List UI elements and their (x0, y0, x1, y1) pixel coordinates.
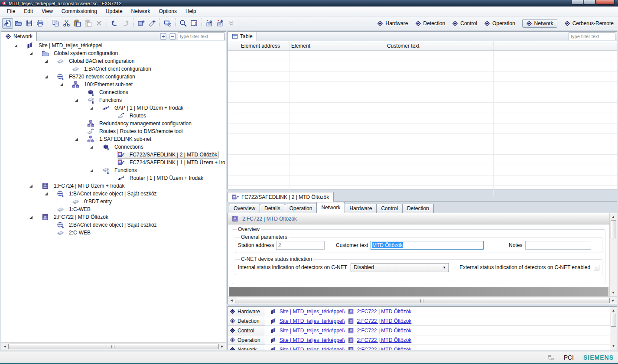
tree-item[interactable]: Site | MTD_teljes_térképpel (2, 42, 225, 49)
mode-button-cerberus-remote[interactable]: Cerberus-Remote (564, 20, 614, 26)
external-status-checkbox[interactable] (594, 265, 599, 270)
tree-item[interactable]: FS720 network configuration (2, 73, 225, 81)
collapse-all-button[interactable] (169, 33, 176, 40)
maximize-button[interactable] (584, 0, 595, 5)
close-button[interactable] (596, 0, 615, 5)
detail-tab-details[interactable]: Details (260, 204, 285, 213)
station-address-input[interactable] (276, 241, 325, 250)
tree-item[interactable]: 1:C-WEB (2, 205, 225, 213)
tree-item[interactable]: 0:BDT entry (2, 198, 225, 205)
tree-item[interactable]: Global system configuration (2, 49, 225, 57)
tree-expander-icon[interactable] (14, 44, 26, 47)
tree-expander-icon[interactable] (29, 52, 41, 55)
table-filter-input[interactable] (569, 32, 615, 40)
minimize-button[interactable] (572, 0, 583, 5)
tree-filter-input[interactable] (178, 32, 224, 40)
import-site-button[interactable] (2, 18, 13, 29)
tree-item[interactable]: Routes | Routes to DMS/remote tool (2, 127, 225, 135)
save-button[interactable] (24, 18, 35, 29)
scroll-thumb[interactable] (8, 344, 219, 349)
tree-expander-icon[interactable] (59, 83, 72, 86)
column-header-element[interactable]: Element (289, 41, 385, 50)
scroll-right-icon[interactable]: ► (219, 343, 225, 350)
tab-table[interactable]: Table (228, 32, 257, 41)
anchor-site-link[interactable]: Site | MTD_teljes_térképpel\ (280, 328, 345, 334)
tab-network[interactable]: Network (1, 32, 37, 41)
mode-button-detection[interactable]: Detection (415, 20, 446, 26)
tree-item[interactable]: 100:Ethernet sub-net (2, 81, 225, 88)
tree-expander-icon[interactable] (44, 60, 56, 63)
detail-tab-hardware[interactable]: Hardware (345, 204, 377, 213)
anchor-category-control[interactable]: Control (228, 326, 265, 335)
anchor-site-link[interactable]: Site | MTD_teljes_térképpel\ (280, 347, 345, 351)
tree-item[interactable]: Router | 1 | MTD Üzem + Irodák (2, 174, 225, 182)
scroll-left-icon[interactable]: ◄ (228, 297, 235, 304)
more-actions-button[interactable] (226, 18, 237, 29)
display-settings-button[interactable] (162, 18, 173, 29)
menu-help[interactable]: Help (181, 7, 201, 16)
tree-item[interactable]: SConnections (2, 143, 225, 151)
anchor-element-link[interactable]: 2:FC722 | MTD Öltözök (357, 309, 412, 315)
tree-item[interactable]: FC724/SAFEDLINK | 1 | MTD Üzem + Irodák (2, 159, 225, 166)
cut-button[interactable] (61, 18, 72, 29)
print-button[interactable] (35, 18, 46, 29)
tree-expander-icon[interactable] (75, 99, 87, 102)
menu-network[interactable]: Network (127, 7, 155, 16)
detail-tab-operation[interactable]: Operation (285, 204, 317, 213)
internal-status-dropdown[interactable]: Disabled ▼ (351, 263, 449, 272)
tree-expander-icon[interactable] (44, 192, 56, 195)
notes-input[interactable] (525, 241, 591, 250)
anchor-element-link[interactable]: 2:FC722 | MTD Öltözök (357, 318, 412, 324)
anchor-site-link[interactable]: Site | MTD_teljes_térképpel\ (280, 318, 345, 324)
tree-item[interactable]: 1:BACnet device object | Saját eszköz (2, 190, 225, 198)
tree-expander-icon[interactable] (90, 169, 102, 172)
mode-button-operation[interactable]: Operation (484, 20, 515, 26)
tree-item[interactable]: EConnections (2, 88, 225, 96)
column-header-element-address[interactable]: Element address (239, 41, 289, 50)
tree-item[interactable]: 1:FC724 | MTD Üzem + Irodák (2, 182, 225, 190)
scroll-thumb[interactable] (235, 298, 610, 303)
delete-button[interactable] (94, 18, 104, 29)
mode-button-hardware[interactable]: Hardware (377, 20, 408, 26)
tree-expander-icon[interactable] (29, 185, 41, 188)
tree-item[interactable]: Routes (2, 112, 225, 120)
anchor-category-detection[interactable]: Detection (228, 316, 265, 326)
detail-tab-detection[interactable]: Detection (402, 204, 434, 213)
scroll-left-icon[interactable]: ◄ (2, 343, 8, 350)
upload-config-button[interactable] (215, 18, 226, 29)
scroll-thumb[interactable] (611, 314, 616, 327)
detail-tab-control[interactable]: Control (376, 204, 403, 213)
tree-horizontal-scrollbar[interactable]: ◄ ► (1, 342, 226, 350)
menu-file[interactable]: File (3, 7, 20, 16)
open-folder-button[interactable] (13, 18, 24, 29)
undo-button[interactable] (109, 18, 120, 29)
scroll-thumb[interactable] (611, 220, 616, 238)
menu-edit[interactable]: Edit (20, 7, 37, 16)
tree-expander-icon[interactable] (44, 75, 56, 78)
scroll-up-icon[interactable]: ▲ (610, 214, 617, 220)
tree-item[interactable]: EFunctions (2, 96, 225, 104)
anchor-site-link[interactable]: Site | MTD_teljes_térképpel\ (280, 337, 345, 343)
search-button[interactable] (178, 18, 189, 29)
anchor-category-hardware[interactable]: Hardware (228, 307, 265, 316)
paste-alt-button[interactable] (83, 18, 94, 29)
menu-commissioning[interactable]: Commissioning (57, 7, 101, 16)
scroll-up-icon[interactable]: ▲ (610, 307, 617, 314)
detail-tab-overview[interactable]: Overview (229, 204, 260, 213)
tab-element-detail[interactable]: FC722/SAFEDLINK | 2 | MTD Öltözök (228, 192, 334, 202)
menu-options[interactable]: Options (155, 7, 181, 16)
tree-item[interactable]: GAP | 1 | MTD Üzem + Irodák (2, 104, 225, 112)
tree-item[interactable]: 1:BACnet client configuration (2, 65, 225, 73)
paste-button[interactable] (72, 18, 83, 29)
title-bar[interactable]: MTD_teljes_térképpel_azonosítócsere.fsc … (0, 0, 618, 6)
anchor-element-link[interactable]: 2:FC722 | MTD Öltözök (357, 347, 412, 351)
tree-item[interactable]: 2:FC722 | MTD Öltözök (2, 213, 225, 221)
anchor-category-network[interactable]: Network (228, 345, 265, 350)
scroll-down-icon[interactable]: ▼ (610, 289, 617, 296)
add-plus-button[interactable] (146, 18, 157, 29)
scroll-down-icon[interactable]: ▼ (610, 343, 617, 349)
anchor-site-link[interactable]: Site | MTD_teljes_térképpel\ (280, 309, 345, 315)
copy-button[interactable] (50, 18, 61, 29)
add-element-button[interactable] (136, 18, 146, 29)
detail-tab-network[interactable]: Network (316, 202, 345, 213)
